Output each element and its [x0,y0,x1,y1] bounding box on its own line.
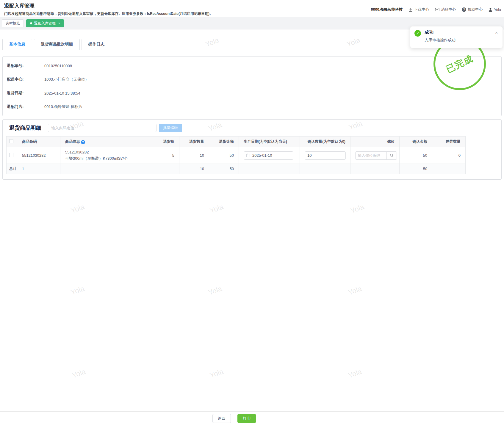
return-date-label: 退货日期: [3,90,44,96]
cell-product-info: 55121030282 可樂300ml（單瓶裝）K7300mlS7/个 [60,147,151,164]
col-barcode: 商品条码 [17,137,60,147]
toast-title: 成功 [425,29,433,35]
storage-search-button[interactable] [386,152,397,159]
watermark: Yola [350,203,365,215]
barcode-locate-input[interactable] [48,124,156,132]
cell-production-date [239,147,300,164]
cell-confirm-qty [300,147,350,164]
user-menu[interactable]: Yola [489,8,501,12]
success-check-icon: ✓ [414,30,421,37]
storage-input-group [355,151,397,160]
active-dot-icon [30,22,32,24]
info-row-return-date: 退货日期: 2025-01-10 15:38:54 [3,86,501,100]
col-confirm-amount: 确认金额 [400,137,432,147]
product-info-help-icon[interactable]: ? [81,140,85,144]
user-icon [489,8,492,12]
col-storage: 储位 [350,137,400,147]
confirm-qty-input[interactable] [305,151,346,160]
return-goods-detail-card: 退货商品明细 批量编辑 商品条码 商品信息? 退货价 退货数量 退货金额 生产日… [2,119,502,180]
watermark: Yola [209,367,225,380]
col-production-date: 生产日期(为空默认为当天) [239,137,300,147]
info-row-distribution-center: 配送中心: 1003.小门店仓（无储位） [3,73,501,86]
toast-message: 入库审核操作成功 [425,37,456,43]
batch-edit-button[interactable]: 批量编辑 [159,124,182,132]
total-amount: 50 [209,164,239,174]
order-no-label: 退配单号: [3,63,44,68]
watermark: Yola [209,203,225,215]
cell-storage [350,147,400,164]
watermark: Yola [347,284,363,297]
footer-buttons: 返回 打印 [212,414,256,423]
col-return-amount: 退货金额 [209,137,239,147]
nav-tab-overview[interactable]: 实时概览 [2,19,24,27]
nav-tab-overview-label: 实时概览 [6,21,20,26]
storage-code-input[interactable] [356,152,386,159]
download-icon [408,8,413,12]
total-storage-empty [350,164,400,174]
watermark: Yola [207,284,223,297]
select-all-checkbox[interactable] [9,139,13,143]
cell-confirm-amount: 50 [400,147,432,164]
total-confirm-amount: 50 [400,164,432,174]
user-name: Yola [494,8,501,12]
success-toast: ✓ 成功 入库审核操作成功 × [410,26,503,48]
cell-return-price: 5 [151,147,179,164]
tab-batch-detail[interactable]: 退货商品批次明细 [34,39,80,50]
total-price-empty [151,164,179,174]
cell-diff-qty: 0 [432,147,466,164]
return-store-value: 0010.领锋智能-德积店 [44,104,82,109]
message-center-link[interactable]: 消息中心 [435,7,456,12]
return-date-value: 2025-01-10 15:38:54 [44,91,80,95]
row-checkbox[interactable] [9,153,13,157]
watermark: Yola [70,284,86,297]
production-date-input[interactable] [252,153,282,158]
envelope-icon [435,8,439,12]
download-center-label: 下载中心 [414,7,429,12]
col-return-qty: 退货数量 [179,137,209,147]
tab-close-icon[interactable]: × [58,21,60,25]
download-center-link[interactable]: 下载中心 [408,7,429,12]
tab-operation-log[interactable]: 操作日志 [82,39,111,50]
section-title: 退货商品明细 [6,124,41,131]
page-header: 退配入库管理 门店发起配送商品的退配申请单，货到后做退配入库审核，更新仓库库存。… [0,0,504,17]
total-label: 总计 [7,164,17,174]
help-icon: ? [462,7,466,12]
order-info-card: 退配单号: 0010250110008 配送中心: 1003.小门店仓（无储位）… [2,56,502,116]
topbar: 0000.领锋智能科技 下载中心 消息中心 ? 帮助中心 Yola [371,7,501,12]
total-product-empty [60,164,151,174]
col-confirm-qty: 确认数量(为空默认为0) [300,137,350,147]
footer-bar: 返回 打印 [0,411,504,425]
product-barcode: 55121030282 [65,150,146,155]
toast-close-icon[interactable]: × [495,30,498,35]
col-diff-qty: 差异数量 [432,137,466,147]
return-store-label: 退配门店: [3,104,44,109]
nav-tab-current[interactable]: 退配入库管理 × [26,19,64,27]
order-no-value: 0010250110008 [44,64,72,68]
production-date-picker[interactable] [244,151,293,160]
table-total-row: 总计 1 10 50 50 [7,164,466,174]
distribution-center-label: 配送中心: [3,77,44,82]
total-confirm-qty-empty [300,164,350,174]
col-return-price: 退货价 [151,137,179,147]
total-diff-empty [432,164,466,174]
table-row: 55121030282 55121030282 可樂300ml（單瓶裝）K730… [7,147,466,164]
company-name: 0000.领锋智能科技 [371,7,403,12]
search-icon [390,153,394,157]
calendar-icon [246,153,250,157]
watermark: Yola [347,367,363,380]
info-row-return-store: 退配门店: 0010.领锋智能-德积店 [3,100,501,114]
cell-return-qty: 10 [179,147,209,164]
total-count: 1 [17,164,60,174]
help-center-link[interactable]: ? 帮助中心 [462,7,483,12]
back-button[interactable]: 返回 [212,414,231,423]
col-product-info-label: 商品信息 [65,139,80,144]
return-goods-table: 商品条码 商品信息? 退货价 退货数量 退货金额 生产日期(为空默认为当天) 确… [6,136,466,174]
col-product-info: 商品信息? [60,137,151,147]
product-name: 可樂300ml（單瓶裝）K7300mlS7/个 [65,156,146,161]
watermark: Yola [70,203,86,215]
tab-basic-info[interactable]: 基本信息 [2,39,32,50]
cell-barcode: 55121030282 [17,147,60,164]
cell-return-amount: 50 [209,147,239,164]
print-button[interactable]: 打印 [237,414,256,423]
distribution-center-value: 1003.小门店仓（无储位） [44,77,89,82]
